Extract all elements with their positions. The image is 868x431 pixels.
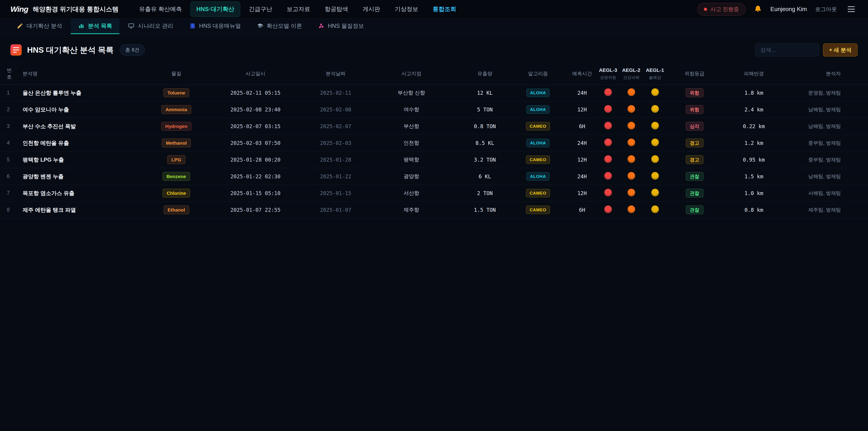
tab-scenario-management[interactable]: 시나리오 관리 <box>121 19 181 34</box>
cell-incident-datetime: 2025-01-07 22:55 <box>201 207 310 213</box>
model-badge: ALOHA <box>526 105 550 114</box>
cell-model: CAMEO <box>508 155 567 164</box>
cell-duration: 12H <box>567 107 597 113</box>
cell-substance: Chlorine <box>151 189 201 197</box>
cell-no: 7 <box>7 190 23 196</box>
cell-duration: 12H <box>567 157 597 163</box>
column-header-no: 번호 <box>7 67 13 80</box>
cell-risk-grade: 관찰 <box>667 172 722 181</box>
aegl-1-indicator-icon <box>651 206 659 213</box>
column-header-analyzed_on: 분석날짜 <box>310 70 362 77</box>
table-row[interactable]: 5평택항 LPG 누출LPG2025-01-28 00:202025-01-28… <box>0 151 868 168</box>
column-header-model: 알고리즘 <box>508 70 567 77</box>
aegl-3-indicator-icon <box>604 155 612 163</box>
tab-hns-manual[interactable]: HNS 대응매뉴얼 <box>182 19 248 34</box>
nav-item-rescue[interactable]: 긴급구난 <box>243 1 278 17</box>
cell-spill-amount: 12 KL <box>461 90 508 96</box>
cell-analysis-name: 제주 에탄올 탱크 파열 <box>23 206 151 214</box>
column-header-amount: 유출량 <box>461 70 508 77</box>
tab-hns-substance-info[interactable]: HNS 물질정보 <box>311 19 371 34</box>
risk-grade-badge: 위험 <box>686 88 704 97</box>
aegl-2-indicator-icon <box>627 138 635 146</box>
cell-aegl-1 <box>643 138 667 148</box>
new-analysis-button[interactable]: + 새 분석 <box>823 43 858 57</box>
bell-icon[interactable] <box>754 5 762 13</box>
total-count-badge: 총 8건 <box>120 44 145 56</box>
cell-incident-datetime: 2025-01-15 05:10 <box>201 190 310 196</box>
cell-damage-radius: 1.0 km <box>722 190 785 196</box>
nav-item-integrated-search[interactable]: 통합조회 <box>427 1 462 17</box>
cell-substance: Ammonia <box>151 105 201 114</box>
table-row[interactable]: 3부산 수소 추진선 폭발Hydrogen2025-02-07 03:15202… <box>0 118 868 135</box>
table-header-row: 번호분석명물질사고일시분석날짜사고지점유출량알고리즘예측시간AEGL-3생명위험… <box>0 63 868 85</box>
nav-item-weather[interactable]: 기상정보 <box>389 1 424 17</box>
cell-aegl-3 <box>597 155 619 164</box>
substance-badge: Methanol <box>162 138 191 147</box>
nav-item-oil-spill[interactable]: 유출유 확산예측 <box>133 1 188 17</box>
search-input[interactable] <box>755 43 819 57</box>
aegl-2-indicator-icon <box>627 155 635 163</box>
cell-analysis-name: 여수 암모니아 누출 <box>23 106 151 113</box>
tab-analysis-list[interactable]: 분석 목록 <box>71 19 119 34</box>
cell-damage-radius: 1.5 km <box>722 174 785 180</box>
cell-damage-radius: 1.8 km <box>722 90 785 96</box>
incident-status-badge: 사고 진행중 <box>698 3 745 16</box>
model-badge: ALOHA <box>526 89 550 97</box>
tab-model-theory[interactable]: 확산모델 이론 <box>250 19 309 34</box>
tab-label: HNS 물질정보 <box>328 22 364 30</box>
table-row[interactable]: 4인천항 메탄올 유출Methanol2025-02-03 07:502025-… <box>0 135 868 151</box>
aegl-2-indicator-icon <box>627 88 635 96</box>
cell-analyst: 문영림, 방재팀 <box>785 90 861 96</box>
page-header: HNS 대기확산 분석 목록 총 8건 + 새 분석 <box>0 34 868 63</box>
cell-incident-datetime: 2025-02-07 03:15 <box>201 123 310 129</box>
cell-damage-radius: 0.8 km <box>722 207 785 213</box>
cell-model: ALOHA <box>508 172 567 181</box>
substance-badge: Hydrogen <box>161 122 191 131</box>
cell-substance: LPG <box>151 155 201 164</box>
nav-item-reports[interactable]: 보고자료 <box>281 1 316 17</box>
main-content: HNS 대기확산 분석 목록 총 8건 + 새 분석 번호분석명물질사고일시분석… <box>0 34 868 218</box>
logout-button[interactable]: 로그아웃 <box>815 6 837 13</box>
cell-incident-datetime: 2025-02-08 23:40 <box>201 107 310 113</box>
table-row[interactable]: 2여수 암모니아 누출Ammonia2025-02-08 23:402025-0… <box>0 101 868 118</box>
cell-analyst: 중부팀, 방재팀 <box>785 140 861 147</box>
cell-aegl-2 <box>619 105 643 114</box>
substance-badge: Ethanol <box>164 206 189 214</box>
aegl-1-indicator-icon <box>651 155 659 163</box>
cell-analyst: 남해팀, 방재팀 <box>785 106 861 113</box>
nav-item-aerial-search[interactable]: 항공탐색 <box>318 1 354 17</box>
menu-icon[interactable] <box>845 4 858 15</box>
cell-spill-amount: 5 TON <box>461 107 508 113</box>
table-row[interactable]: 6광양항 벤젠 누출Benzene2025-01-22 02:302025-01… <box>0 168 868 185</box>
tab-dispersion-analysis[interactable]: 대기확산 분석 <box>9 19 69 34</box>
tab-label: 분석 목록 <box>88 22 112 30</box>
aegl-3-indicator-icon <box>604 138 612 146</box>
cell-no: 2 <box>7 106 23 113</box>
table-row[interactable]: 8제주 에탄올 탱크 파열Ethanol2025-01-07 22:552025… <box>0 202 868 218</box>
nav-item-board[interactable]: 게시판 <box>356 1 386 17</box>
molecule-icon <box>318 23 324 29</box>
cell-analysis-date: 2025-02-11 <box>310 90 362 96</box>
cell-damage-radius: 2.4 km <box>722 107 785 113</box>
substance-badge: Chlorine <box>162 189 190 197</box>
cell-incident-datetime: 2025-01-22 02:30 <box>201 174 310 180</box>
cell-aegl-1 <box>643 206 667 214</box>
column-header-aegl1: AEGL-1불쾌감 <box>643 67 667 80</box>
cell-damage-radius: 0.95 km <box>722 157 785 163</box>
incident-status-label: 사고 진행중 <box>710 6 739 13</box>
cell-substance: Ethanol <box>151 206 201 214</box>
table-row[interactable]: 7목포항 염소가스 유출Chlorine2025-01-15 05:102025… <box>0 185 868 202</box>
cell-aegl-3 <box>597 172 619 181</box>
cell-analysis-date: 2025-01-15 <box>310 190 362 196</box>
aegl-3-indicator-icon <box>604 206 612 213</box>
nav-item-hns-dispersion[interactable]: HNS·대기확산 <box>190 1 241 17</box>
cell-location: 부산항 <box>362 123 461 130</box>
page-header-actions: + 새 분석 <box>755 43 858 57</box>
cell-location: 부산항 신항 <box>362 89 461 96</box>
table-row[interactable]: 1울산 온산항 톨루엔 누출Toluene2025-02-11 05:15202… <box>0 85 868 101</box>
cell-aegl-2 <box>619 122 643 131</box>
cell-no: 1 <box>7 90 23 96</box>
aegl-1-indicator-icon <box>651 88 659 96</box>
main-nav: 유출유 확산예측HNS·대기확산긴급구난보고자료항공탐색게시판기상정보통합조회 <box>133 1 462 17</box>
brand: Wing 해양환경 위기대응 통합시스템 <box>10 5 119 13</box>
